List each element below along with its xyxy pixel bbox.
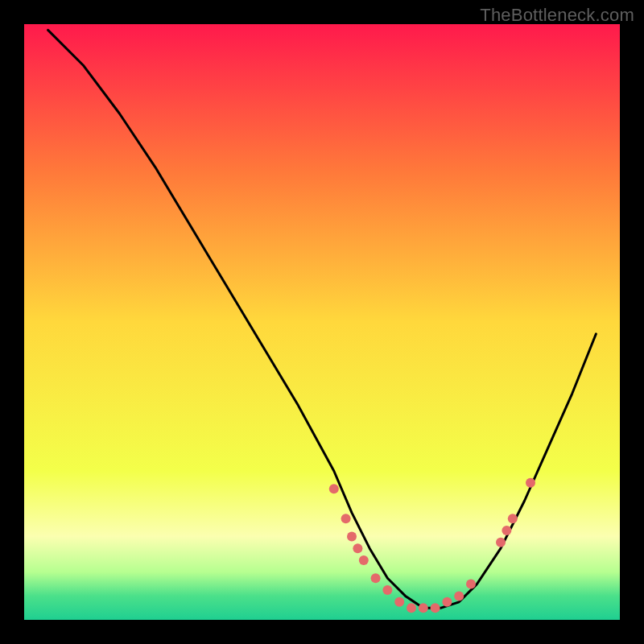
- sample-point: [508, 514, 518, 523]
- sample-point: [371, 573, 381, 583]
- sample-point: [353, 543, 362, 553]
- sample-point: [442, 597, 452, 607]
- sample-point: [347, 531, 357, 541]
- sample-point: [329, 484, 339, 493]
- sample-point: [466, 580, 476, 589]
- sample-point: [431, 603, 440, 613]
- bottleneck-chart: [0, 0, 644, 644]
- chart-frame: TheBottleneck.com: [0, 0, 644, 644]
- sample-point: [382, 585, 392, 595]
- sample-point: [341, 514, 351, 523]
- sample-point: [407, 603, 416, 613]
- sample-point: [419, 603, 428, 613]
- sample-point: [454, 591, 464, 601]
- sample-point: [526, 478, 535, 488]
- sample-point: [394, 597, 404, 607]
- sample-point: [496, 538, 506, 547]
- sample-point: [359, 555, 369, 565]
- sample-point: [502, 526, 511, 535]
- watermark-label: TheBottleneck.com: [480, 5, 634, 26]
- plot-background: [24, 24, 620, 620]
